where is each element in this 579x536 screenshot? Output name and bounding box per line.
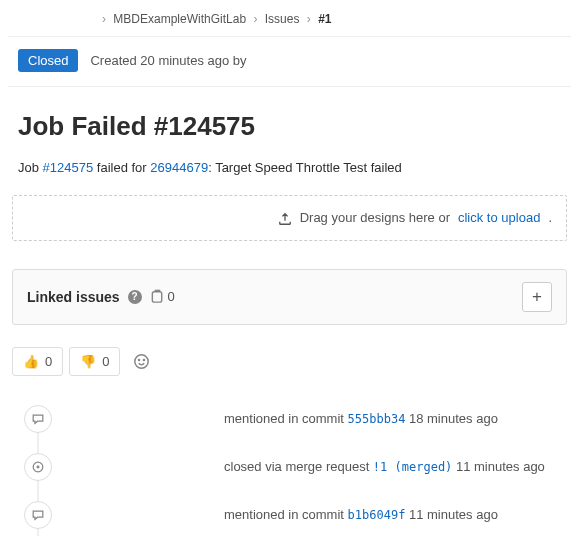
breadcrumb-current: #1 xyxy=(318,12,331,26)
dropzone-tail: . xyxy=(548,210,552,225)
job-link[interactable]: #124575 xyxy=(43,160,94,175)
status-badge: Closed xyxy=(18,49,78,72)
timeline-time: 11 minutes ago xyxy=(405,507,498,522)
comment-icon xyxy=(24,501,52,529)
thumbs-down-count: 0 xyxy=(102,354,109,369)
comment-icon xyxy=(24,405,52,433)
svg-point-5 xyxy=(37,466,39,468)
timeline-item: mentioned in commit b1b6049f 11 minutes … xyxy=(12,491,567,536)
activity-timeline: mentioned in commit 555bbb34 18 minutes … xyxy=(12,395,567,536)
issue-count-icon: 0 xyxy=(150,289,175,304)
add-reaction-button[interactable] xyxy=(126,347,156,377)
timeline-time: 18 minutes ago xyxy=(405,411,498,426)
thumbs-up-button[interactable]: 👍 0 xyxy=(12,347,63,376)
timeline-text: mentioned in commit b1b6049f 11 minutes … xyxy=(224,507,498,522)
page-title: Job Failed #124575 xyxy=(18,111,571,142)
commit-link[interactable]: 26944679 xyxy=(150,160,208,175)
upload-link[interactable]: click to upload xyxy=(458,210,540,225)
timeline-text: closed via merge request !1 (merged) 11 … xyxy=(224,459,545,474)
desc-text: failed for xyxy=(93,160,150,175)
timeline-item: closed via merge request !1 (merged) 11 … xyxy=(12,443,567,491)
linked-count: 0 xyxy=(168,289,175,304)
status-row: Closed Created 20 minutes ago by xyxy=(8,37,571,87)
thumbs-down-button[interactable]: 👎 0 xyxy=(69,347,120,376)
timeline-time: 11 minutes ago xyxy=(452,459,545,474)
linked-issues-panel: Linked issues ? 0 + xyxy=(12,269,567,325)
help-icon[interactable]: ? xyxy=(128,290,142,304)
thumbs-up-count: 0 xyxy=(45,354,52,369)
thumbs-down-icon: 👎 xyxy=(80,354,96,369)
svg-rect-0 xyxy=(152,292,161,302)
desc-text: Job xyxy=(18,160,43,175)
breadcrumb-separator: › xyxy=(253,12,257,26)
svg-point-1 xyxy=(135,355,148,368)
breadcrumb-separator: › xyxy=(307,12,311,26)
timeline-ref-link[interactable]: !1 (merged) xyxy=(373,460,452,474)
desc-text: : Target Speed Throttle Test failed xyxy=(208,160,402,175)
breadcrumb: › MBDExampleWithGitLab › Issues › #1 xyxy=(8,8,571,37)
timeline-pre: mentioned in commit xyxy=(224,411,348,426)
timeline-text: mentioned in commit 555bbb34 18 minutes … xyxy=(224,411,498,426)
thumbs-up-icon: 👍 xyxy=(23,354,39,369)
breadcrumb-project[interactable]: MBDExampleWithGitLab xyxy=(113,12,246,26)
svg-point-3 xyxy=(143,359,144,360)
dropzone-text: Drag your designs here or xyxy=(300,210,450,225)
upload-icon xyxy=(278,210,292,226)
breadcrumb-separator: › xyxy=(102,12,106,26)
reactions-bar: 👍 0 👎 0 xyxy=(12,347,567,377)
created-text: Created 20 minutes ago by xyxy=(90,53,246,68)
design-dropzone[interactable]: Drag your designs here or click to uploa… xyxy=(12,195,567,241)
status-icon xyxy=(24,453,52,481)
svg-point-2 xyxy=(138,359,139,360)
timeline-pre: closed via merge request xyxy=(224,459,373,474)
breadcrumb-section[interactable]: Issues xyxy=(265,12,300,26)
issue-description: Job #124575 failed for 26944679: Target … xyxy=(18,160,571,175)
timeline-item: mentioned in commit 555bbb34 18 minutes … xyxy=(12,395,567,443)
linked-issues-title: Linked issues xyxy=(27,289,120,305)
timeline-pre: mentioned in commit xyxy=(224,507,348,522)
add-linked-issue-button[interactable]: + xyxy=(522,282,552,312)
timeline-ref-link[interactable]: b1b6049f xyxy=(348,508,406,522)
timeline-ref-link[interactable]: 555bbb34 xyxy=(348,412,406,426)
